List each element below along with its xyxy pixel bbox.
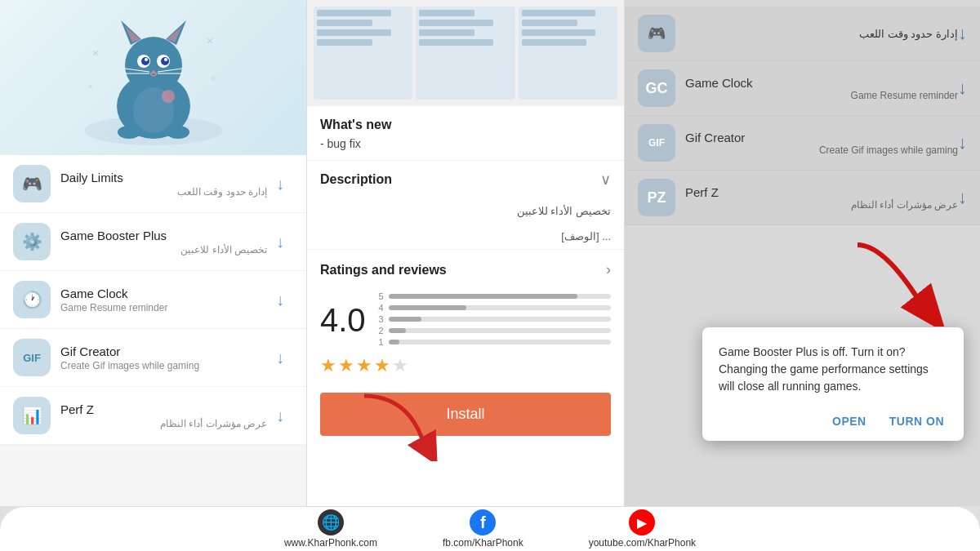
open-button[interactable]: OPEN [829,408,870,434]
right-app-desc: Create Gif images while gaming [685,144,958,156]
thumb-bar [317,10,391,16]
app-icon: GIF [13,339,51,376]
ratings-section: Ratings and reviews › [307,249,624,285]
app-name: Gif Creator [60,344,267,360]
star-bar-bg [389,305,611,310]
download-button[interactable]: ↓ [267,229,293,255]
app-name: Perf Z [60,402,267,418]
chevron-down-icon: ∨ [600,171,611,189]
right-app-item[interactable]: GC Game Clock Game Resume reminder ↓ [625,61,980,116]
app-desc: Game Resume reminder [60,302,267,313]
right-download-button[interactable]: ↓ [958,23,967,44]
left-app-item[interactable]: ⚙️ Game Booster Plus تخصيص الأداء للاعبي… [0,213,306,271]
screenshot-3 [519,7,617,100]
cat-illustration: × × × × [0,0,306,155]
whats-new-content: - bug fix [307,137,624,160]
star-bar-bg [389,328,611,333]
right-app-item[interactable]: PZ Perf Z عرض مؤشرات أداء النظام ↓ [625,171,980,225]
globe-icon: 🌐 [318,509,344,535]
right-download-button[interactable]: ↓ [958,78,967,99]
facebook-url: fb.com/KharPhonk [443,537,523,549]
thumb-bar [317,29,391,36]
star-bar-fill [389,340,400,344]
right-app-item[interactable]: 🎮 إدارة حدود وقت اللعب ↓ [625,7,980,61]
middle-panel: What's new - bug fix Description ∨ تخصيص… [306,0,625,506]
youtube-link[interactable]: ▶ youtube.com/KharPhonk [589,509,696,549]
description-arabic: تخصيص الأداء للاعبين [307,198,624,224]
left-app-item[interactable]: 📊 Perf Z عرض مؤشرات أداء النظام ↓ [0,387,306,445]
right-app-desc: عرض مؤشرات أداء النظام [685,199,958,211]
youtube-url: youtube.com/KharPhonk [589,537,696,549]
right-app-name: Gif Creator [685,131,958,144]
svg-point-20 [118,126,140,139]
svg-point-21 [167,126,189,139]
right-download-button[interactable]: ↓ [958,132,967,153]
app-name: Daily Limits [60,170,267,186]
app-desc: Create Gif images while gaming [60,360,267,371]
website-link[interactable]: 🌐 www.KharPhonk.com [284,509,377,549]
svg-text:×: × [88,82,93,91]
right-app-icon: PZ [638,179,675,216]
star-bar-bg [389,317,611,322]
star-bar-row: 1 [379,337,611,347]
right-panel: 🎮 إدارة حدود وقت اللعب ↓ GC Game Clock G… [625,0,980,506]
app-list: 🎮 Daily Limits إدارة حدود وقت اللعب ↓ ⚙️… [0,155,306,445]
empty-star: ★ [392,355,408,376]
thumb-bar [419,10,474,16]
left-app-item[interactable]: 🎮 Daily Limits إدارة حدود وقت اللعب ↓ [0,155,306,213]
svg-point-11 [145,58,148,61]
app-screenshots [307,0,624,106]
left-app-item[interactable]: GIF Gif Creator Create Gif images while … [0,329,306,387]
right-app-desc: Game Resume reminder [685,90,958,101]
description-more: ... [الوصف] [307,224,624,249]
thumb-bar [522,29,596,36]
download-button[interactable]: ↓ [267,171,293,197]
star-number: 2 [379,326,385,335]
download-button[interactable]: ↓ [267,344,293,371]
app-info: Gif Creator Create Gif images while gami… [60,344,267,371]
thumb-bar [522,10,596,16]
game-booster-dialog: Game Booster Plus is off. Turn it on? Ch… [702,327,964,441]
svg-text:×: × [207,34,213,47]
dialog-buttons: OPEN TURN ON [719,408,947,434]
star-number: 3 [379,314,385,324]
facebook-link[interactable]: f fb.com/KharPhonk [443,509,523,549]
star-bar-fill [389,317,422,322]
thumb-bar [419,20,493,26]
star-bar-fill [389,328,407,333]
left-app-item[interactable]: 🕐 Game Clock Game Resume reminder ↓ [0,271,306,329]
filled-star: ★ [374,355,390,376]
svg-point-19 [162,90,175,103]
star-bar-bg [389,294,611,299]
thumb-bar [419,39,493,46]
app-icon: 🎮 [13,165,51,202]
thumb-bar [317,39,372,46]
star-number: 4 [379,303,385,313]
install-button[interactable]: Install [320,393,611,436]
star-bar-row: 3 [379,314,611,324]
download-button[interactable]: ↓ [267,402,293,429]
app-desc: عرض مؤشرات أداء النظام [60,418,267,429]
filled-star: ★ [338,355,354,376]
right-app-name: إدارة حدود وقت اللعب [685,28,958,40]
star-bar-fill [389,294,578,299]
app-desc: إدارة حدود وقت اللعب [60,186,267,198]
ratings-title: Ratings and reviews [320,263,447,278]
star-number: 5 [379,291,385,301]
app-info: Daily Limits إدارة حدود وقت اللعب [60,170,267,198]
right-app-name: Perf Z [685,185,958,199]
rating-value: 4.0 [320,304,366,336]
right-app-item[interactable]: GIF Gif Creator Create Gif images while … [625,116,980,171]
turn-on-button[interactable]: TURN ON [886,408,947,434]
download-button[interactable]: ↓ [267,287,293,313]
app-info: Perf Z عرض مؤشرات أداء النظام [60,402,267,429]
stars-display: ★★★★★ [307,355,624,386]
svg-point-12 [164,58,167,61]
star-bar-row: 4 [379,303,611,313]
description-section: Description ∨ [307,160,624,198]
thumb-bar [522,39,586,46]
dialog-arrow [841,229,972,327]
star-bar-row: 2 [379,326,611,335]
dialog-text: Game Booster Plus is off. Turn it on? Ch… [719,344,947,395]
right-download-button[interactable]: ↓ [958,187,967,208]
